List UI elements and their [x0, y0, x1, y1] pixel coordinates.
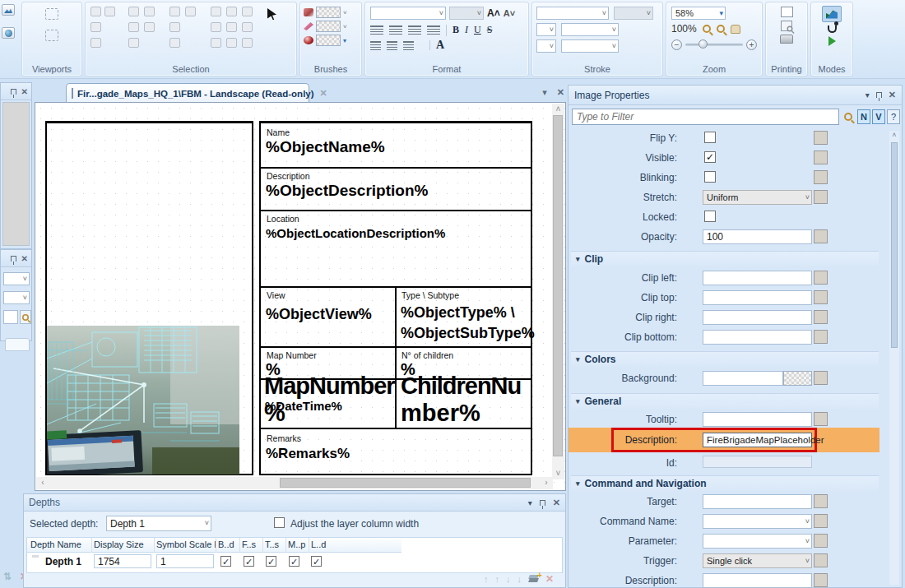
- strikethrough-button[interactable]: S: [487, 24, 493, 36]
- font-family-combo[interactable]: ˅: [370, 7, 446, 20]
- close-icon[interactable]: ✕: [889, 90, 896, 100]
- close-icon[interactable]: ✕: [553, 498, 560, 508]
- print-preview-icon[interactable]: [781, 21, 792, 31]
- clip-left-dynamic-button[interactable]: [814, 271, 828, 285]
- edit-mode-button[interactable]: [822, 6, 842, 22]
- italic-button[interactable]: I: [465, 24, 468, 36]
- stroke-width-combo[interactable]: ˅: [561, 23, 619, 36]
- dock-filter-combo-1[interactable]: ˅: [3, 272, 30, 285]
- close-icon[interactable]: ✕: [21, 87, 28, 96]
- font-size-combo[interactable]: ˅: [449, 7, 484, 20]
- zoom-region-icon[interactable]: [717, 25, 725, 33]
- print-icon[interactable]: [780, 35, 793, 44]
- background-input[interactable]: [703, 371, 783, 386]
- search-button[interactable]: [20, 310, 31, 324]
- depth-check-3[interactable]: ✓: [266, 556, 276, 567]
- filter-help-button[interactable]: ?: [887, 109, 900, 124]
- property-filter-input[interactable]: [572, 109, 839, 125]
- canvas-hscrollbar[interactable]: ‹ ›: [36, 477, 553, 489]
- document-tab[interactable]: Fir...gade_Maps_HQ_1\FBM - Landscape (Re…: [66, 83, 309, 103]
- move-up-icon[interactable]: ↑: [494, 574, 499, 584]
- align-justify-icon[interactable]: [427, 25, 440, 35]
- grow-font-button[interactable]: A˄: [487, 7, 500, 19]
- pen-brush-dropdown-icon[interactable]: ˅: [343, 23, 347, 30]
- align-left-icon[interactable]: [370, 25, 383, 35]
- visible-checkbox[interactable]: ✓: [704, 151, 716, 163]
- locked-checkbox[interactable]: [704, 211, 716, 222]
- clip-top-input[interactable]: [703, 290, 812, 305]
- filter-search-icon[interactable]: [841, 113, 856, 121]
- depth-check-4[interactable]: ✓: [289, 556, 299, 567]
- command-description-input[interactable]: [703, 573, 812, 588]
- clip-right-input[interactable]: [703, 310, 812, 325]
- flip-y-checkbox[interactable]: [704, 132, 716, 143]
- pan-hand-icon[interactable]: [731, 25, 740, 34]
- blinking-dynamic-button[interactable]: [814, 170, 828, 184]
- description-input[interactable]: FireBrigadeMapPlaceholder: [703, 433, 812, 447]
- zoom-level-combo[interactable]: 58%▾: [671, 7, 726, 20]
- flip-y-dynamic-button[interactable]: [814, 131, 828, 145]
- fill-brush-dropdown-icon[interactable]: ˅: [343, 9, 347, 16]
- depth-table-row[interactable]: Depth 1 1754 1 ✓ ✓ ✓ ✓ ✓: [27, 553, 564, 572]
- left-dock-spacer-tab[interactable]: [5, 338, 30, 351]
- depth-name-cell[interactable]: Depth 1: [45, 556, 81, 567]
- move-top-icon[interactable]: ↑: [484, 574, 489, 584]
- col-symbol-scale-factor[interactable]: Symbol Scale Factor: [156, 539, 216, 549]
- stroke-preset-combo[interactable]: ˅: [614, 7, 653, 20]
- diagnostics-mode-icon[interactable]: [828, 25, 837, 33]
- col-display-size[interactable]: Display Size: [94, 539, 151, 549]
- fill-brush-icon[interactable]: [304, 8, 313, 16]
- target-input[interactable]: [703, 494, 812, 509]
- gradient-brush-dropdown-icon[interactable]: ▾: [343, 37, 346, 44]
- fire-brigade-map-image[interactable]: [47, 326, 239, 475]
- gradient-brush-icon[interactable]: [304, 36, 313, 44]
- canvas-hscroll-thumb[interactable]: [280, 478, 531, 488]
- clip-top-dynamic-button[interactable]: [814, 290, 828, 304]
- blinking-checkbox[interactable]: [704, 171, 716, 183]
- target-dynamic-button[interactable]: [814, 494, 828, 508]
- zoom-slider-track[interactable]: [685, 44, 743, 46]
- align-center-icon[interactable]: [389, 25, 402, 35]
- refresh-icon[interactable]: ⇅: [3, 571, 12, 582]
- depths-panel-header[interactable]: Depths ▾ ✕: [24, 494, 565, 512]
- display-size-cell[interactable]: 1754: [94, 554, 151, 568]
- parameter-dynamic-button[interactable]: [814, 534, 828, 548]
- page-setup-icon[interactable]: [781, 7, 793, 17]
- valign-middle-icon[interactable]: [387, 41, 397, 50]
- dock-filter-combo-2[interactable]: ˅: [3, 291, 30, 304]
- section-general[interactable]: ▾General: [571, 393, 879, 409]
- visible-dynamic-button[interactable]: [814, 150, 828, 164]
- zoom-out-button[interactable]: −: [671, 39, 682, 50]
- filter-n-button[interactable]: N: [857, 109, 870, 124]
- stretch-dynamic-button[interactable]: [814, 190, 828, 204]
- opacity-input[interactable]: 100: [703, 229, 812, 244]
- zoom-slider-thumb[interactable]: [698, 39, 708, 49]
- zoom-in-icon[interactable]: [703, 25, 711, 33]
- shrink-font-button[interactable]: A˅: [504, 8, 515, 18]
- trigger-select[interactable]: Single click˅: [703, 553, 812, 568]
- properties-scrollbar[interactable]: ˄: [889, 131, 899, 585]
- pin-icon[interactable]: [11, 89, 16, 95]
- command-description-dynamic-button[interactable]: [814, 573, 828, 587]
- background-swatch[interactable]: [783, 371, 812, 386]
- underline-button[interactable]: U: [474, 24, 481, 36]
- command-name-select[interactable]: ˅: [703, 514, 812, 529]
- design-canvas[interactable]: Name %ObjectName% Description %ObjectDes…: [35, 102, 566, 491]
- map-placeholder-object[interactable]: [45, 121, 253, 475]
- properties-panel-header[interactable]: Image Properties ▾ ✕: [569, 86, 902, 105]
- zoom-reset-button[interactable]: 100%: [671, 23, 697, 35]
- section-colors[interactable]: ▾Colors: [571, 351, 879, 367]
- selection-group-icons[interactable]: [169, 7, 199, 58]
- gradient-brush-swatch[interactable]: [316, 35, 341, 46]
- valign-top-icon[interactable]: [370, 41, 381, 50]
- depth-check-1[interactable]: ✓: [220, 556, 231, 567]
- bold-button[interactable]: B: [452, 24, 459, 36]
- panel-menu-chevron-icon[interactable]: ▾: [866, 90, 870, 100]
- run-mode-icon[interactable]: [828, 36, 836, 46]
- depth-check-5[interactable]: ✓: [311, 556, 322, 567]
- col-b-d[interactable]: B..d: [218, 539, 238, 549]
- command-name-dynamic-button[interactable]: [814, 514, 828, 528]
- section-command-navigation[interactable]: ▾Command and Navigation: [571, 475, 879, 491]
- tooltip-dynamic-button[interactable]: [814, 412, 828, 426]
- filter-v-button[interactable]: V: [872, 109, 885, 124]
